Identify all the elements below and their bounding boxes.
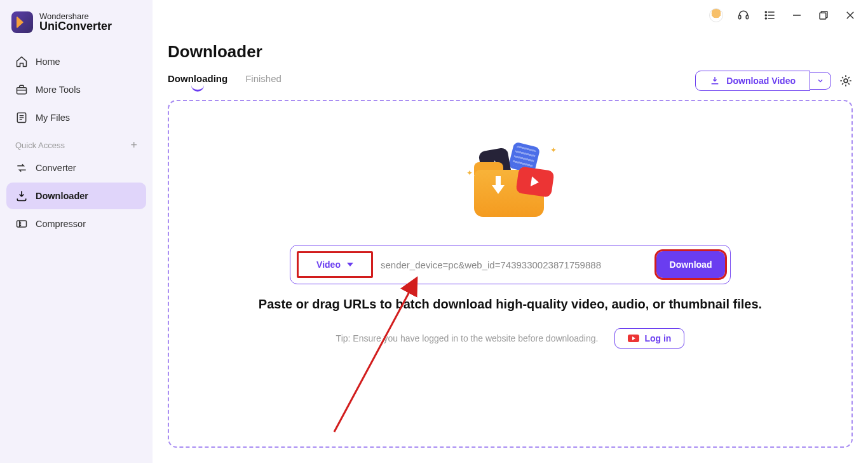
brand-line2: UniConverter [39, 20, 112, 32]
tip-text: Tip: Ensure you have logged in to the we… [336, 333, 599, 343]
youtube-icon [628, 335, 639, 342]
svg-rect-0 [17, 88, 27, 94]
sidebar-item-label: Home [36, 57, 60, 67]
support-icon[interactable] [737, 9, 750, 22]
quick-access-label: Quick Access [15, 141, 65, 150]
add-quick-access-button[interactable]: + [130, 139, 137, 152]
gear-icon [839, 74, 853, 88]
sidebar-item-converter[interactable]: Converter [6, 155, 146, 181]
minimize-button[interactable] [790, 9, 803, 22]
sidebar-item-downloader[interactable]: Downloader [6, 183, 146, 209]
download-icon [710, 76, 720, 86]
sidebar-item-label: My Files [36, 113, 70, 123]
svg-rect-3 [739, 15, 741, 19]
download-button-label: Download [670, 259, 712, 270]
download-type-dropdown[interactable]: Video [297, 251, 373, 278]
logo-mark-icon [11, 11, 33, 33]
page-title: Downloader [153, 31, 868, 68]
dropzone-prompt: Paste or drag URLs to batch download hig… [259, 297, 762, 312]
close-button[interactable] [844, 9, 857, 22]
menu-list-icon[interactable] [764, 9, 776, 22]
tab-label: Downloading [168, 73, 227, 84]
tabs: Downloading Finished [168, 73, 281, 89]
app-logo: Wondershare UniConverter [6, 11, 146, 45]
sidebar-item-label: Converter [36, 163, 76, 173]
files-icon [15, 111, 28, 124]
login-label: Log in [644, 333, 671, 343]
tab-downloading[interactable]: Downloading [168, 73, 227, 89]
sidebar-item-label: Downloader [36, 191, 88, 201]
tab-label: Finished [245, 73, 281, 84]
download-video-dropdown[interactable] [810, 72, 831, 90]
svg-rect-9 [820, 13, 826, 19]
settings-button[interactable] [839, 74, 853, 88]
home-icon [15, 55, 28, 68]
illustration-icon: ✦✦ ♪ [463, 146, 558, 222]
maximize-button[interactable] [817, 9, 830, 22]
sidebar-item-home[interactable]: Home [6, 48, 146, 75]
sidebar-item-label: Compressor [36, 219, 86, 229]
svg-point-10 [844, 79, 848, 83]
download-button[interactable]: Download [656, 251, 725, 278]
url-dropzone[interactable]: ✦✦ ♪ Video Download Paste or drag URLs t… [168, 100, 853, 448]
download-video-button[interactable]: Download Video [695, 71, 810, 91]
url-input[interactable] [373, 259, 656, 270]
sidebar-item-label: More Tools [36, 85, 81, 95]
url-bar: Video Download [290, 245, 731, 284]
quick-access-header: Quick Access + [6, 135, 146, 155]
compressor-icon [15, 218, 28, 230]
svg-rect-2 [17, 221, 27, 227]
brand-line1: Wondershare [39, 12, 112, 21]
svg-point-6 [765, 15, 766, 16]
sidebar: Wondershare UniConverter Home More Tools… [0, 0, 153, 463]
svg-point-5 [765, 11, 766, 13]
tab-finished[interactable]: Finished [245, 73, 281, 89]
main-area: Downloader Downloading Finished Download… [153, 0, 868, 463]
downloader-icon [15, 190, 28, 202]
svg-rect-4 [746, 15, 748, 19]
caret-down-icon [347, 263, 353, 266]
converter-icon [15, 162, 28, 174]
login-button[interactable]: Log in [614, 328, 684, 349]
sidebar-item-more-tools[interactable]: More Tools [6, 76, 146, 103]
download-video-split-button: Download Video [695, 71, 831, 91]
toolbox-icon [15, 83, 28, 96]
titlebar [153, 0, 868, 31]
avatar-icon[interactable] [709, 8, 723, 22]
download-video-label: Download Video [726, 76, 796, 86]
sidebar-item-compressor[interactable]: Compressor [6, 211, 146, 237]
sidebar-item-my-files[interactable]: My Files [6, 104, 146, 131]
svg-point-7 [765, 18, 766, 19]
chevron-down-icon [817, 77, 824, 85]
download-type-label: Video [316, 259, 341, 270]
